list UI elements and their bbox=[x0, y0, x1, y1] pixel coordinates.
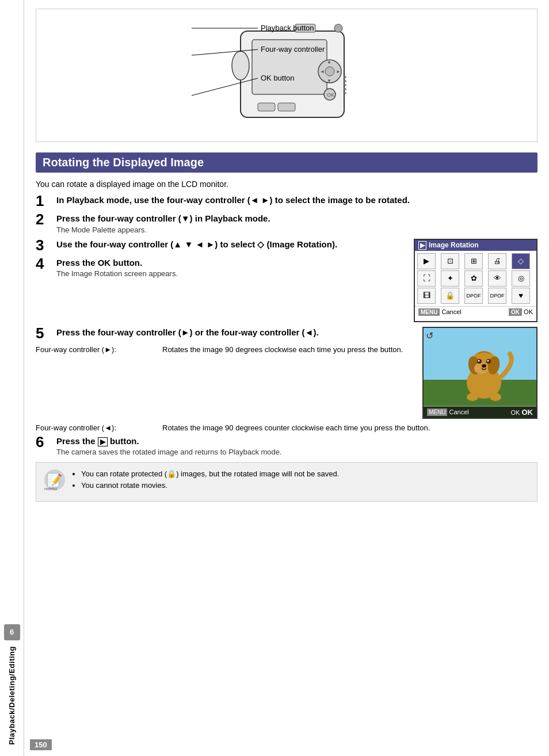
step-1: 1 In Playback mode, use the four-way con… bbox=[36, 194, 537, 208]
panel-menu-area: MENU Cancel bbox=[418, 308, 462, 315]
step-4-number: 4 bbox=[36, 256, 53, 271]
step-3-number: 3 bbox=[36, 238, 53, 253]
step-6: 6 Press the ▶ button. The camera saves t… bbox=[36, 436, 537, 457]
step-6-desc: The camera saves the rotated image and r… bbox=[56, 448, 537, 456]
panel-icon-settings: ✿ bbox=[464, 270, 483, 287]
panel-grid: ▶ ⊡ ⊞ 🖨 ◇ ⛶ ✦ ✿ 👁 ◎ 🎞 🔒 DPOF DPOF ♥ bbox=[415, 251, 536, 306]
dog-ok-bold: OK bbox=[522, 408, 533, 417]
step-4-content: Press the OK button. The Image Rotation … bbox=[56, 257, 408, 278]
main-content: ▲ ► ▼ ◄ OK Playback button bbox=[24, 0, 549, 756]
step-5-title: Press the four-way controller (►) or the… bbox=[56, 327, 415, 338]
camera-diagram-box: ▲ ► ▼ ◄ OK Playback button bbox=[36, 9, 537, 142]
rotate-indicator: ↺ bbox=[426, 330, 433, 341]
chapter-number: 6 bbox=[4, 624, 20, 640]
panel-icon-heart: ♥ bbox=[512, 288, 530, 304]
step-2-number: 2 bbox=[36, 212, 53, 227]
dog-cancel-text: Cancel bbox=[449, 408, 469, 415]
panel-icon-grid: ⊞ bbox=[464, 253, 483, 269]
step-3-4-text: 3 Use the four-way controller (▲ ▼ ◄ ►) … bbox=[36, 239, 408, 283]
memo-content: You can rotate protected (🔒) images, but… bbox=[72, 468, 339, 491]
page-number: 150 bbox=[30, 739, 52, 750]
step-6-content: Press the ▶ button. The camera saves the… bbox=[56, 436, 537, 457]
step-2: 2 Press the four-way controller (▼) in P… bbox=[36, 213, 537, 234]
fwc-right-row: Four-way controller (►): Rotates the ima… bbox=[36, 345, 415, 354]
step-2-desc: The Mode Palette appears. bbox=[56, 226, 537, 234]
camera-diagram: ▲ ► ▼ ◄ OK Playback button bbox=[91, 18, 482, 133]
panel-footer: MENU Cancel OK OK bbox=[415, 306, 536, 317]
panel-menu-btn: MENU bbox=[418, 308, 440, 316]
fwc-left-text: Rotates the image 90 degrees counter clo… bbox=[162, 423, 537, 432]
panel-icon-eye2: ◎ bbox=[512, 270, 530, 287]
camera-labels-svg: Playback button Four-way controller OK b… bbox=[189, 18, 419, 130]
svg-point-35 bbox=[478, 360, 480, 361]
panel-cancel-label: Cancel bbox=[442, 308, 462, 315]
playback-icon: ▶ bbox=[98, 437, 108, 446]
memo-bullet-1: You can rotate protected (🔒) images, but… bbox=[81, 468, 339, 480]
svg-point-37 bbox=[482, 364, 486, 368]
panel-icon-crop: ⊡ bbox=[441, 253, 459, 269]
dog-svg bbox=[424, 328, 537, 406]
memo-bullet-2: You cannot rotate movies. bbox=[81, 480, 339, 491]
memo-icon-svg: 📝 memo bbox=[43, 468, 66, 491]
panel-icon-transfer: 🖨 bbox=[488, 253, 506, 269]
step-4-desc: The Image Rotation screen appears. bbox=[56, 269, 408, 278]
dog-footer-ok: OK OK bbox=[511, 408, 533, 417]
panel-icon-play: ▶ bbox=[417, 253, 436, 269]
panel-icon-star: ✦ bbox=[441, 270, 459, 287]
panel-icon-film: 🎞 bbox=[417, 288, 436, 304]
panel-ok-btn: OK bbox=[509, 308, 522, 316]
step-2-title: Press the four-way controller (▼) in Pla… bbox=[56, 213, 537, 224]
svg-text:Four-way controller: Four-way controller bbox=[261, 45, 325, 54]
svg-text:📝: 📝 bbox=[47, 472, 63, 488]
svg-text:memo: memo bbox=[44, 486, 58, 491]
panel-icon-eye: 👁 bbox=[488, 270, 506, 287]
section-title: Rotating the Displayed Image bbox=[36, 152, 537, 173]
panel-ok-label: OK bbox=[524, 308, 533, 315]
lock-symbol: 🔒 bbox=[167, 469, 176, 478]
panel-play-icon: ▶ bbox=[418, 241, 426, 250]
panel-icon-frame: ⛶ bbox=[417, 270, 436, 287]
panel-icon-dpof2: DPOF bbox=[488, 288, 506, 304]
step-1-content: In Playback mode, use the four-way contr… bbox=[56, 194, 537, 206]
sidebar-label: Playback/Deleting/Editing bbox=[7, 646, 16, 744]
step-1-title: In Playback mode, use the four-way contr… bbox=[56, 194, 537, 206]
memo-icon: 📝 memo bbox=[43, 468, 66, 495]
memo-box: 📝 memo You can rotate protected (🔒) imag… bbox=[36, 462, 537, 502]
dog-image-footer: MENU Cancel OK OK bbox=[424, 407, 536, 418]
step-3: 3 Use the four-way controller (▲ ▼ ◄ ►) … bbox=[36, 239, 408, 253]
step-6-number: 6 bbox=[36, 434, 53, 449]
svg-point-36 bbox=[487, 360, 489, 361]
panel-ok-area: OK OK bbox=[509, 308, 533, 315]
dog-menu-btn: MENU bbox=[427, 408, 447, 416]
step-4: 4 Press the OK button. The Image Rotatio… bbox=[36, 257, 408, 278]
memo-list: You can rotate protected (🔒) images, but… bbox=[72, 468, 339, 491]
svg-text:OK button: OK button bbox=[261, 74, 295, 82]
panel-icon-rotate: ◇ bbox=[512, 253, 530, 269]
panel-title: Image Rotation bbox=[429, 241, 479, 249]
dog-footer-menu: MENU Cancel bbox=[427, 408, 469, 415]
svg-point-39 bbox=[490, 393, 501, 401]
fwc-right-text: Rotates the image 90 degrees clockwise e… bbox=[162, 345, 415, 354]
step-5-number: 5 bbox=[36, 326, 53, 341]
step-2-content: Press the four-way controller (▼) in Pla… bbox=[56, 213, 537, 234]
panel-header: ▶ Image Rotation bbox=[415, 240, 536, 251]
step-3-4-row: 3 Use the four-way controller (▲ ▼ ◄ ►) … bbox=[36, 239, 537, 322]
fwc-right-label: Four-way controller (►): bbox=[36, 345, 162, 354]
fwc-left-label: Four-way controller (◄): bbox=[36, 423, 162, 432]
step-1-number: 1 bbox=[36, 193, 53, 208]
svg-line-22 bbox=[192, 49, 258, 55]
step-3-content: Use the four-way controller (▲ ▼ ◄ ►) to… bbox=[56, 239, 408, 250]
image-rotation-panel: ▶ Image Rotation ▶ ⊡ ⊞ 🖨 ◇ ⛶ ✦ ✿ 👁 ◎ 🎞 🔒… bbox=[414, 239, 537, 322]
svg-point-38 bbox=[467, 393, 478, 401]
step-3-title: Use the four-way controller (▲ ▼ ◄ ►) to… bbox=[56, 239, 408, 250]
step-5-content: Press the four-way controller (►) or the… bbox=[56, 327, 415, 338]
step-4-title: Press the OK button. bbox=[56, 257, 408, 269]
panel-icon-dpof: DPOF bbox=[464, 288, 483, 304]
dog-image: ↺ MENU Cancel OK OK bbox=[422, 327, 537, 419]
panel-icon-lock: 🔒 bbox=[441, 288, 459, 304]
step-5-row: 5 Press the four-way controller (►) or t… bbox=[36, 327, 537, 419]
svg-text:Playback button: Playback button bbox=[261, 24, 314, 32]
fwc-left-row: Four-way controller (◄): Rotates the ima… bbox=[36, 423, 537, 432]
step-6-title: Press the ▶ button. bbox=[56, 436, 537, 447]
intro-text: You can rotate a displayed image on the … bbox=[36, 180, 537, 189]
